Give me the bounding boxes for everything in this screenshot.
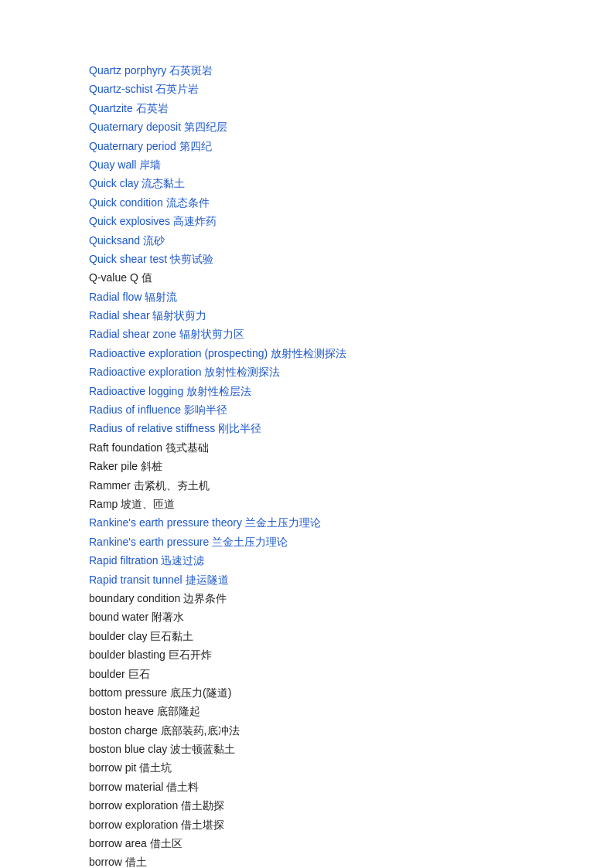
list-item: boston blue clay 波士顿蓝黏土 bbox=[89, 740, 614, 757]
list-item: Quay wall 岸墙 bbox=[89, 156, 614, 173]
list-item: Rapid filtration 迅速过滤 bbox=[89, 552, 614, 569]
list-item: borrow exploration 借土勘探 bbox=[89, 797, 614, 814]
list-item: Quick explosives 高速炸药 bbox=[89, 213, 614, 230]
list-item: Ramp 坡道、匝道 bbox=[89, 495, 614, 512]
list-item: Quick shear test 快剪试验 bbox=[89, 250, 614, 267]
list-item: boston charge 底部装药,底冲法 bbox=[89, 722, 614, 739]
list-item: boston heave 底部隆起 bbox=[89, 703, 614, 720]
list-item: Radioactive exploration (prospecting) 放射… bbox=[89, 345, 614, 362]
list-item: bottom pressure 底压力(隧道) bbox=[89, 684, 614, 701]
list-item: Radial shear zone 辐射状剪力区 bbox=[89, 325, 614, 342]
list-item: Quaternary period 第四纪 bbox=[89, 138, 614, 155]
list-item: Rankine's earth pressure 兰金土压力理论 bbox=[89, 533, 614, 550]
list-item: Raft foundation 筏式基础 bbox=[89, 439, 614, 456]
list-item: Q-value Q 值 bbox=[89, 269, 614, 286]
list-item: Rammer 击紧机、夯土机 bbox=[89, 477, 614, 494]
list-item: Radial shear 辐射状剪力 bbox=[89, 307, 614, 324]
list-item: borrow material 借土料 bbox=[89, 778, 614, 795]
list-item: Radius of influence 影响半径 bbox=[89, 401, 614, 418]
list-item: Radial flow 辐射流 bbox=[89, 288, 614, 305]
list-item: boulder clay 巨石黏土 bbox=[89, 628, 614, 645]
list-item: Quicksand 流砂 bbox=[89, 232, 614, 249]
list-item: Quartz porphyry 石英斑岩 bbox=[89, 62, 614, 79]
list-item: Radioactive exploration 放射性检测探法 bbox=[89, 363, 614, 380]
list-item: Raker pile 斜桩 bbox=[89, 458, 614, 475]
list-item: boulder blasting 巨石开炸 bbox=[89, 646, 614, 663]
list-item: Rapid transit tunnel 捷运隧道 bbox=[89, 571, 614, 588]
list-item: bound water 附著水 bbox=[89, 608, 614, 625]
list-item: borrow exploration 借土堪探 bbox=[89, 816, 614, 833]
list-item: borrow 借土 bbox=[89, 853, 614, 868]
list-item: Radius of relative stiffness 刚比半径 bbox=[89, 420, 614, 437]
list-item: Quaternary deposit 第四纪层 bbox=[89, 118, 614, 135]
list-item: boulder 巨石 bbox=[89, 665, 614, 682]
list-item: borrow pit 借土坑 bbox=[89, 759, 614, 776]
list-item: Rankine's earth pressure theory 兰金土压力理论 bbox=[89, 514, 614, 531]
list-item: borrow area 借土区 bbox=[89, 835, 614, 852]
list-item: boundary condition 边界条件 bbox=[89, 590, 614, 607]
list-item: Radioactive logging 放射性检层法 bbox=[89, 383, 614, 400]
term-list: Quartz porphyry 石英斑岩Quartz-schist 石英片岩Qu… bbox=[89, 62, 614, 868]
list-item: Quick clay 流态黏土 bbox=[89, 175, 614, 192]
list-item: Quartzite 石英岩 bbox=[89, 100, 614, 117]
list-item: Quick condition 流态条件 bbox=[89, 194, 614, 211]
list-item: Quartz-schist 石英片岩 bbox=[89, 80, 614, 97]
